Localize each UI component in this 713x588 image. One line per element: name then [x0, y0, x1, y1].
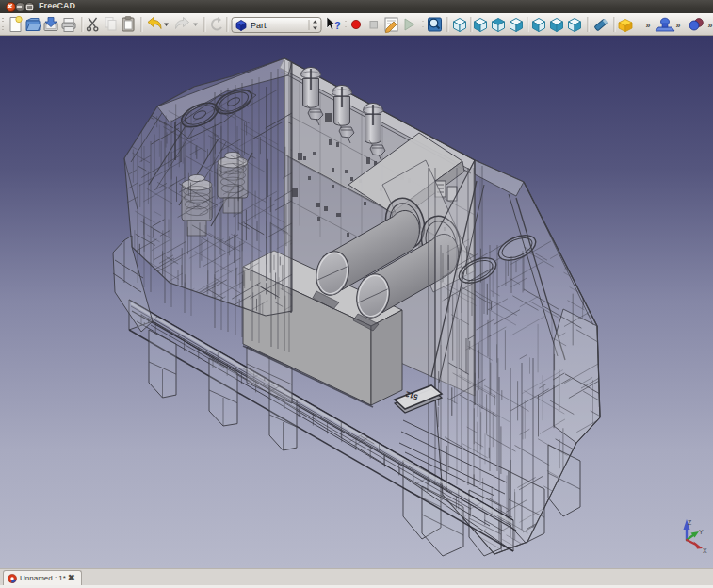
- svg-text:Part: Part: [251, 21, 267, 30]
- svg-text:Y: Y: [699, 529, 704, 535]
- svg-text:»: »: [707, 21, 712, 30]
- svg-text:X: X: [703, 547, 707, 554]
- svg-text:Z: Z: [688, 519, 692, 526]
- svg-text:?: ?: [334, 20, 341, 31]
- svg-text:»: »: [675, 21, 680, 30]
- svg-text:»: »: [645, 21, 650, 30]
